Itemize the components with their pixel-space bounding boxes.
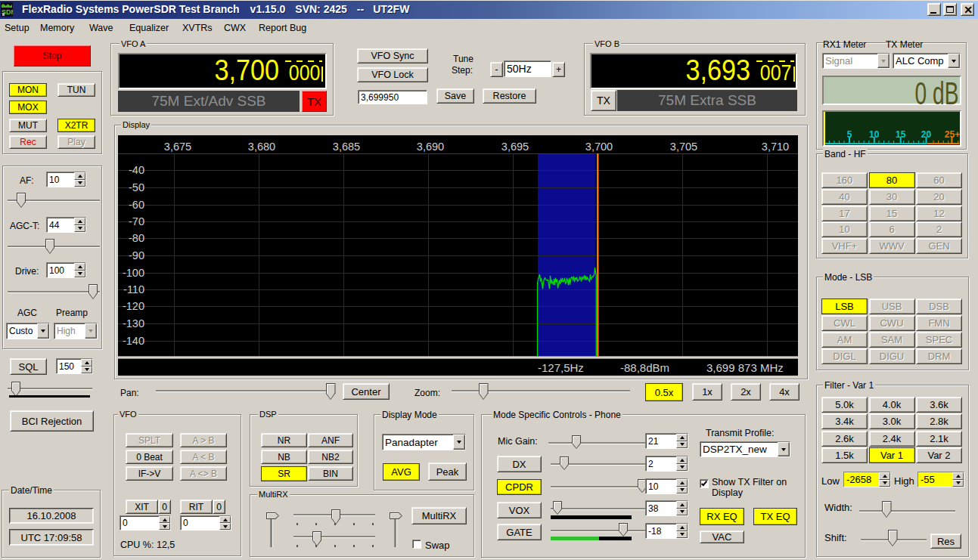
svg-text:-40: -40 (129, 164, 144, 176)
svg-text:-110: -110 (123, 283, 144, 295)
svg-text:3,675: 3,675 (164, 141, 191, 153)
svg-text:3,710: 3,710 (762, 141, 789, 153)
svg-text:-100: -100 (123, 267, 144, 279)
svg-text:3,700: 3,700 (585, 141, 613, 153)
svg-text:3,690: 3,690 (417, 141, 444, 153)
svg-text:20: 20 (921, 129, 932, 140)
svg-text:25+: 25+ (945, 129, 960, 140)
svg-text:-80: -80 (129, 232, 144, 244)
svg-text:3,705: 3,705 (670, 141, 697, 153)
svg-text:-120: -120 (123, 300, 144, 312)
svg-text:3,685: 3,685 (333, 141, 360, 153)
svg-text:3,695: 3,695 (501, 141, 529, 153)
svg-text:5: 5 (847, 129, 852, 140)
svg-text:3,680: 3,680 (248, 141, 275, 153)
svg-text:-90: -90 (129, 249, 144, 261)
svg-text:-60: -60 (129, 199, 144, 211)
svg-text:15: 15 (896, 129, 906, 140)
svg-text:-50: -50 (129, 181, 144, 193)
svg-text:-130: -130 (123, 317, 144, 330)
svg-text:10: 10 (869, 129, 880, 140)
svg-text:-140: -140 (123, 335, 144, 347)
svg-text:-70: -70 (129, 215, 144, 227)
